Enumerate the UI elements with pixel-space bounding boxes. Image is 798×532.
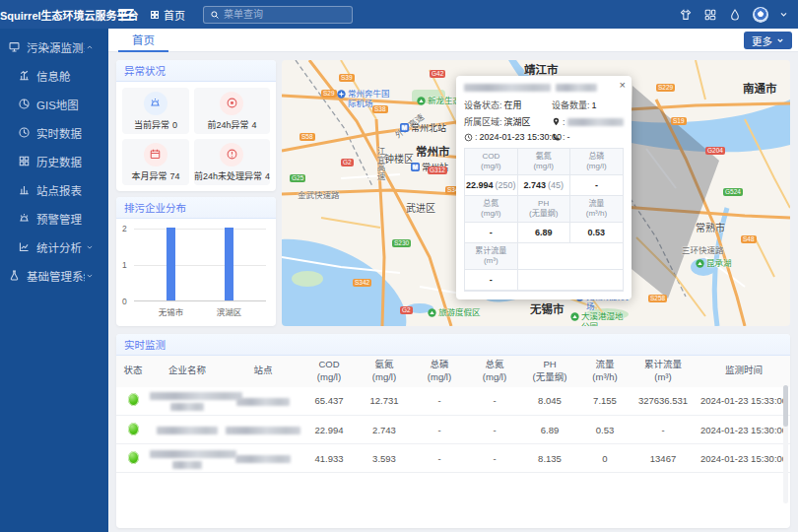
abnormal-card-1[interactable]: 前24h异常4 xyxy=(194,88,270,134)
station-popup: × 设备状态:在用 设备数量:1 所属区域:滨湖区 : :2024-01-23 … xyxy=(456,76,632,299)
device-count-value: 1 xyxy=(592,100,597,110)
sidebar-item-6[interactable]: 统计分析 xyxy=(0,233,108,261)
enterprise-distribution-panel: 排污企业分布 012无锡市滨湖区 xyxy=(116,197,276,326)
poi-green-icon xyxy=(428,308,436,317)
chart-title: 排污企业分布 xyxy=(116,197,276,219)
monitor-panel-title: 实时监测 xyxy=(116,334,790,356)
info-cabin-icon xyxy=(18,69,31,82)
y-axis-tick: 2 xyxy=(122,224,127,233)
table-row[interactable]: 22.9942.743--6.890.53-2024-01-23 15:30:0… xyxy=(116,416,790,444)
table-scrollbar[interactable] xyxy=(783,385,788,503)
table-row[interactable]: 41.9333.593--8.1350134672024-01-23 15:30… xyxy=(116,444,790,473)
status-dot-online xyxy=(128,423,139,435)
sidebar-group-1[interactable]: 基础管理系统 xyxy=(0,261,108,290)
left-column: 异常状况 当前异常0前24h异常4本月异常74前24h未处理异常4 排污企业分布… xyxy=(116,60,276,326)
column-name: 氨氮 xyxy=(374,359,393,369)
caret-down-icon xyxy=(85,271,95,281)
road-badge: S342 xyxy=(353,279,371,287)
column-header: 累计流量(m³) xyxy=(632,356,694,387)
siren-icon xyxy=(149,97,162,109)
map-label-city: 南通市 xyxy=(743,80,777,96)
road-badge: S229 xyxy=(656,84,675,92)
column-name: COD xyxy=(318,359,339,369)
abnormal-card-2[interactable]: 本月异常74 xyxy=(122,139,189,185)
data-cell: 2024-01-23 15:30:00 xyxy=(694,444,790,473)
sidebar-item-0[interactable]: 信息舱 xyxy=(0,61,108,90)
popup-param-value: 2.743(45) xyxy=(518,175,570,196)
column-header: 站点 xyxy=(225,356,301,387)
abnormal-card-3[interactable]: 前24h未处理异常4 xyxy=(194,139,270,185)
company-name-redacted xyxy=(150,387,225,416)
menu-collapse-button[interactable] xyxy=(118,9,134,21)
address-redacted xyxy=(567,118,624,126)
column-header: 监测时间 xyxy=(694,356,790,387)
alert-manage-icon xyxy=(18,212,31,225)
map-label-city: 无锡市 xyxy=(530,300,565,316)
theme-shirt-icon[interactable] xyxy=(679,8,693,22)
param-name: 氨氮 xyxy=(519,152,568,162)
column-unit: (mg/l) xyxy=(412,371,467,384)
map-label-city: 常州市 xyxy=(416,143,450,159)
param-name: 总氮 xyxy=(466,199,516,209)
sidebar-item-label: 预警管理 xyxy=(36,211,100,227)
poi-label-text: 昆承湖 xyxy=(706,259,732,269)
param-unit: (m³/h) xyxy=(571,209,622,219)
layout-grid-icon[interactable] xyxy=(703,8,717,22)
data-cell: - xyxy=(412,444,467,473)
topbar: Squirrel生态环境云服务平台 首页 xyxy=(0,0,798,29)
sidebar-item-1[interactable]: GIS地图 xyxy=(0,90,108,118)
warning-icon xyxy=(220,143,243,166)
column-name: 状态 xyxy=(123,365,142,375)
data-cell: 13467 xyxy=(632,444,694,473)
sidebar-item-label: 站点报表 xyxy=(36,182,100,198)
search-input[interactable] xyxy=(224,9,332,20)
popup-param-value: - xyxy=(465,270,518,291)
stats-analysis-icon xyxy=(18,240,31,253)
content-area: 首页 更多 异常状况 当前异常0前24h异常4本月异常74前24h未处理异常4 … xyxy=(108,29,798,532)
sidebar-item-5[interactable]: 预警管理 xyxy=(0,204,108,233)
popup-param-header: PH(无量纲) xyxy=(518,196,570,223)
popup-close-icon[interactable]: × xyxy=(620,79,626,91)
popup-param-value: 0.53 xyxy=(570,223,623,243)
chart-gridline xyxy=(134,229,266,230)
sidebar-item-2[interactable]: 实时数据 xyxy=(0,118,108,147)
road-badge: G2 xyxy=(341,159,354,166)
y-axis-tick: 0 xyxy=(122,297,127,306)
water-drop-icon[interactable] xyxy=(728,8,742,22)
sidebar-item-3[interactable]: 历史数据 xyxy=(0,147,108,175)
phone-icon xyxy=(552,133,561,142)
abnormal-panel-title: 异常状况 xyxy=(116,60,276,82)
app-logo: Squirrel生态环境云服务平台 xyxy=(0,7,108,23)
user-avatar[interactable] xyxy=(753,7,768,23)
menu-search[interactable] xyxy=(203,6,353,24)
user-menu-chevron-down-icon[interactable] xyxy=(779,10,788,19)
tab-home[interactable]: 首页 xyxy=(118,29,168,52)
popup-title-redacted xyxy=(464,84,624,92)
gis-map[interactable]: 南通市靖江市常州市钟楼区武进区常熟市无锡市滨湖区外环高速江宜高速金武快速路三环快… xyxy=(282,60,790,326)
value-number: 0.53 xyxy=(588,228,606,237)
sidebar-item-label: 历史数据 xyxy=(36,154,100,169)
x-axis-category: 无锡市 xyxy=(159,305,184,317)
value-limit: (250) xyxy=(496,180,516,190)
more-button[interactable]: 更多 xyxy=(744,32,792,49)
chevron-down-icon xyxy=(776,36,784,44)
phone-value: - xyxy=(567,132,570,142)
column-header: 总磷(mg/l) xyxy=(412,356,467,387)
column-header: 总氮(mg/l) xyxy=(467,356,522,387)
map-label-district: 武进区 xyxy=(406,200,435,215)
warning-icon xyxy=(226,148,238,161)
sidebar-group-0[interactable]: 污染源监测系统 xyxy=(0,33,108,61)
popup-param-header: 累计流量(m³) xyxy=(465,243,518,270)
popup-param-header: 氨氮(mg/l) xyxy=(518,149,570,175)
device-count-label: 设备数量: xyxy=(552,99,590,111)
sidebar-item-4[interactable]: 站点报表 xyxy=(0,175,108,204)
region-label: 所属区域: xyxy=(464,115,502,128)
param-name: PH xyxy=(519,199,568,209)
breadcrumb-home[interactable]: 首页 xyxy=(150,7,185,23)
popup-param-value: - xyxy=(570,175,623,196)
gis-map-icon xyxy=(18,98,31,110)
caret-up-icon xyxy=(85,42,95,52)
x-axis-category: 滨湖区 xyxy=(217,305,242,317)
abnormal-card-0[interactable]: 当前异常0 xyxy=(122,88,189,134)
table-row[interactable]: 65.43712.731--8.0457.155327636.5312024-0… xyxy=(116,387,790,416)
